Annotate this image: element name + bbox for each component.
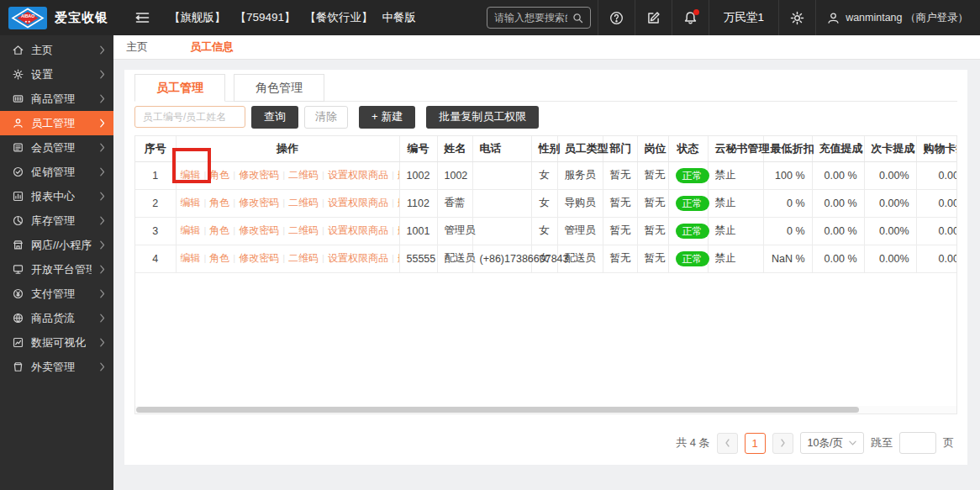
cell-name: 香薷 (437, 189, 472, 217)
sidebar-item-label: 库存管理 (31, 213, 75, 229)
action-set-permission-goods-link[interactable]: 设置权限商品 (328, 224, 388, 236)
action-role-link[interactable]: 角色 (209, 224, 229, 236)
jump-page-input[interactable] (899, 432, 936, 454)
column-header-code: 编号 (399, 136, 437, 161)
separator: | (204, 170, 207, 180)
sidebar-item-logistics[interactable]: 商品货流 (0, 306, 113, 330)
action-role-link[interactable]: 角色 (209, 169, 229, 181)
action-change-password-link[interactable]: 修改密码 (239, 197, 279, 208)
sidebar-item-label: 商品货流 (31, 311, 75, 326)
employee-search-input[interactable] (134, 106, 245, 128)
sidebar-item-settings[interactable]: 设置 (0, 62, 113, 87)
tab-role-management[interactable]: 角色管理 (234, 74, 324, 102)
action-role-link[interactable]: 角色 (209, 197, 229, 208)
tab-staff-management[interactable]: 员工管理 (134, 74, 225, 102)
chevron-right-icon (99, 119, 106, 128)
sidebar-item-home[interactable]: 主页 (0, 38, 113, 62)
cell-discount: NaN % (763, 245, 812, 272)
sidebar-item-data-visualization[interactable]: 数据可视化 (0, 330, 113, 355)
action-change-password-link[interactable]: 修改密码 (239, 169, 279, 181)
breadcrumb-item-staff-info[interactable]: 员工信息 (190, 40, 234, 55)
action-edit-link[interactable]: 编辑 (181, 169, 201, 181)
column-header-shopping: 购物卡提成 (916, 136, 957, 161)
sidebar-item-label: 开放平台管理 (31, 262, 92, 277)
header-badge: 【旗舰版】 (169, 10, 226, 25)
chevron-right-icon (99, 70, 106, 79)
batch-copy-permission-button[interactable]: 批量复制员工权限 (426, 106, 539, 129)
header-badges: 【旗舰版】【759491】【餐饮行业】中餐版 (160, 10, 416, 25)
cell-actions: 编辑|角色|修改密码|二维码|设置权限商品|删除 (176, 217, 399, 245)
help-button[interactable] (598, 0, 635, 35)
sidebar-item-open-platform[interactable]: 开放平台管理 (0, 257, 113, 282)
action-change-password-link[interactable]: 修改密码 (239, 252, 279, 264)
cell-actions: 编辑|角色|修改密码|二维码|设置权限商品|删除 (176, 189, 399, 217)
sidebar-item-staff[interactable]: 员工管理 (0, 111, 113, 135)
user-menu[interactable]: wanmintang （商户登录） (815, 0, 980, 35)
notifications-button[interactable] (672, 0, 709, 35)
sidebar-item-label: 报表中心 (31, 189, 75, 204)
feedback-button[interactable] (635, 0, 672, 35)
cell-status: 正常 (668, 161, 708, 189)
breadcrumb-item-home[interactable]: 主页 (126, 40, 148, 55)
clear-button[interactable]: 清除 (304, 106, 348, 129)
action-change-password-link[interactable]: 修改密码 (239, 224, 279, 236)
collapse-menu-icon[interactable] (135, 12, 150, 24)
separator: | (282, 170, 285, 180)
cell-gender: 女 (531, 161, 557, 189)
cell-cloud: 禁止 (708, 245, 763, 272)
separator: | (282, 198, 285, 208)
chevron-down-icon (849, 440, 856, 445)
horizontal-scrollbar[interactable] (135, 406, 956, 414)
sidebar-item-online-store[interactable]: 网店//小程序 (0, 233, 113, 257)
action-set-permission-goods-link[interactable]: 设置权限商品 (328, 197, 388, 208)
action-edit-link[interactable]: 编辑 (181, 252, 201, 264)
separator: | (204, 253, 207, 263)
query-button[interactable]: 查询 (251, 106, 298, 129)
prev-page-button[interactable] (717, 433, 738, 454)
sidebar-item-promotions[interactable]: 促销管理 (0, 160, 113, 184)
action-edit-link[interactable]: 编辑 (181, 224, 201, 236)
page-1-button[interactable]: 1 (745, 433, 766, 454)
chevron-right-icon (99, 338, 106, 347)
action-qrcode-link[interactable]: 二维码 (288, 224, 319, 236)
cell-code: 1001 (399, 217, 437, 245)
cell-index: 4 (135, 245, 176, 272)
scrollbar-thumb[interactable] (136, 407, 859, 413)
action-qrcode-link[interactable]: 二维码 (288, 197, 319, 208)
sidebar-item-members[interactable]: 会员管理 (0, 135, 113, 160)
action-role-link[interactable]: 角色 (209, 252, 229, 264)
sidebar-item-label: 数据可视化 (31, 335, 86, 350)
new-button[interactable]: + 新建 (359, 106, 415, 129)
notification-dot (693, 9, 699, 15)
page-size-select[interactable]: 10条/页 (800, 432, 864, 454)
app-logo: AIBAO ● ● (8, 7, 47, 29)
column-header-recharge: 充值提成 (812, 136, 864, 161)
column-header-type: 员工类型 (557, 136, 603, 161)
separator: | (322, 170, 324, 180)
cell-dept: 暂无 (603, 245, 637, 272)
settings-button[interactable] (778, 0, 815, 35)
sidebar-item-inventory[interactable]: 库存管理 (0, 208, 113, 233)
separator: | (392, 253, 394, 263)
action-qrcode-link[interactable]: 二维码 (288, 252, 319, 264)
action-qrcode-link[interactable]: 二维码 (288, 169, 319, 181)
page-unit-label: 页 (943, 435, 954, 450)
header-badge: 【759491】 (235, 10, 296, 25)
sidebar-item-takeout[interactable]: 外卖管理 (0, 355, 113, 379)
next-page-button[interactable] (772, 433, 793, 454)
sidebar-item-payment[interactable]: 支付管理 (0, 282, 113, 306)
column-header-status: 状态 (668, 136, 708, 161)
cell-card: 0.00% (864, 161, 916, 189)
status-badge: 正常 (676, 224, 709, 239)
store-name[interactable]: 万民堂1 (709, 0, 778, 35)
cell-type: 管理员 (557, 217, 603, 245)
action-set-permission-goods-link[interactable]: 设置权限商品 (328, 252, 388, 264)
sidebar-item-reports[interactable]: 报表中心 (0, 184, 113, 208)
function-search-input[interactable]: 请输入想要搜索的功能 (487, 7, 591, 29)
sidebar-item-goods[interactable]: 商品管理 (0, 87, 113, 111)
action-edit-link[interactable]: 编辑 (181, 197, 201, 208)
cell-gender: 女 (531, 189, 557, 217)
cell-post: 暂无 (637, 245, 668, 272)
header-badge: 中餐版 (382, 10, 417, 25)
action-set-permission-goods-link[interactable]: 设置权限商品 (328, 169, 388, 181)
